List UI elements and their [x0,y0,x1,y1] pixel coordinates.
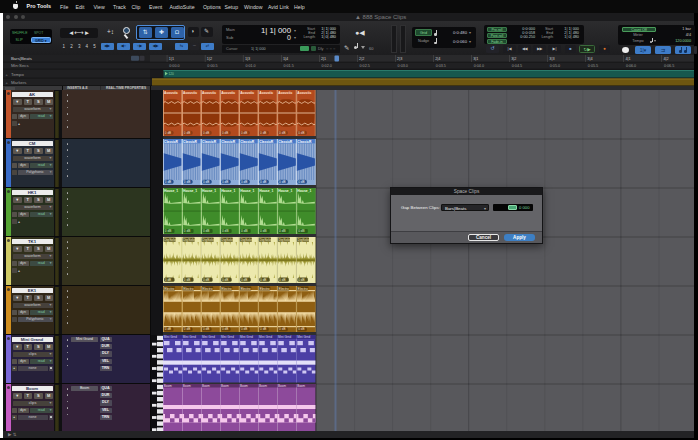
svg-text:ClassicR: ClassicR [183,140,198,144]
svg-text:Acoustic: Acoustic [221,91,235,95]
svg-text:120: 120 [169,72,175,76]
svg-text:Acoustic: Acoustic [202,91,216,95]
svg-text:0 dB: 0 dB [241,327,247,331]
svg-text:1|4: 1|4 [283,57,288,61]
svg-text:1|3: 1|3 [245,57,250,61]
svg-text:2|1: 2|1 [321,57,326,61]
svg-text:0 dB: 0 dB [298,229,305,233]
svg-text:ClassicR: ClassicR [260,140,275,144]
svg-text:0:01.0: 0:01.0 [245,64,255,68]
svg-text:2|4: 2|4 [435,57,440,61]
svg-text:Acoustic: Acoustic [183,91,197,95]
svg-text:Markers: Markers [11,80,27,85]
svg-text:0 dB: 0 dB [241,131,247,135]
svg-text:Electro_: Electro_ [222,287,234,291]
svg-text:Mini Grnd: Mini Grnd [183,335,196,339]
svg-text:0 dB: 0 dB [203,327,209,331]
svg-text:0:05.5: 0:05.5 [588,64,598,68]
svg-text:Boom: Boom [183,384,191,388]
svg-text:DigSolo: DigSolo [260,238,272,242]
svg-text:0 dB: 0 dB [184,180,190,184]
svg-text:0:06.5: 0:06.5 [664,64,674,68]
svg-text:Boom: Boom [278,384,286,388]
svg-text:0:02.5: 0:02.5 [360,64,370,68]
svg-text:0 dB: 0 dB [260,180,266,184]
svg-text:House_1: House_1 [183,189,197,193]
svg-text:0:06.0: 0:06.0 [626,64,636,68]
svg-text:0:02.0: 0:02.0 [322,64,332,68]
svg-text:House_1: House_1 [202,189,216,193]
svg-text:0 dB: 0 dB [222,229,229,233]
svg-text:0:01.5: 0:01.5 [283,64,293,68]
svg-text:0 dB: 0 dB [222,180,228,184]
svg-text:DigSolo: DigSolo [222,238,234,242]
svg-text:DigSolo: DigSolo [279,238,291,242]
svg-text:Boom: Boom [164,384,172,388]
svg-text:DigSolo: DigSolo [298,238,310,242]
svg-text:0 dB: 0 dB [222,327,228,331]
svg-text:0:05.0: 0:05.0 [550,64,560,68]
svg-text:1|2: 1|2 [207,57,212,61]
svg-text:0 dB: 0 dB [184,229,191,233]
svg-text:ClassicR: ClassicR [164,140,179,144]
svg-text:0 dB: 0 dB [298,180,304,184]
svg-text:ClassicR: ClassicR [202,140,217,144]
svg-text:0 dB: 0 dB [298,278,304,282]
svg-text:House_1: House_1 [240,189,254,193]
svg-text:0 dB: 0 dB [165,180,171,184]
svg-text:3|3: 3|3 [549,57,554,61]
svg-text:0 dB: 0 dB [279,180,285,184]
svg-text:2|3: 2|3 [397,57,402,61]
svg-text:House_1: House_1 [260,189,274,193]
svg-text:Acoustic: Acoustic [279,91,293,95]
svg-text:Mini Grnd: Mini Grnd [297,335,310,339]
svg-text:0 dB: 0 dB [279,131,285,135]
svg-text:Mini Grnd: Mini Grnd [164,335,177,339]
svg-text:0 dB: 0 dB [279,327,285,331]
svg-text:Tempo: Tempo [11,72,25,77]
svg-text:DigSolo: DigSolo [241,238,253,242]
svg-text:0 dB: 0 dB [260,278,266,282]
svg-text:Electro_: Electro_ [203,287,215,291]
svg-text:DigSolo: DigSolo [184,238,196,242]
svg-text:0 dB: 0 dB [279,229,286,233]
svg-text:Mini Grnd: Mini Grnd [240,335,253,339]
svg-text:3|2: 3|2 [511,57,516,61]
svg-text:2|2: 2|2 [359,57,364,61]
svg-text:Electro_: Electro_ [298,287,310,291]
svg-text:0 dB: 0 dB [241,180,247,184]
svg-text:0 dB: 0 dB [184,131,190,135]
svg-text:House_1: House_1 [279,189,293,193]
svg-text:Electro_: Electro_ [279,287,291,291]
svg-text:Electro_: Electro_ [184,287,196,291]
svg-text:Electro_: Electro_ [260,287,272,291]
svg-text:Electro_: Electro_ [164,287,176,291]
svg-text:Electro_: Electro_ [241,287,253,291]
svg-text:Mini Grnd: Mini Grnd [221,335,234,339]
svg-text:Boom: Boom [259,384,267,388]
svg-text:0 dB: 0 dB [203,278,209,282]
svg-text:4|2: 4|2 [663,57,668,61]
svg-text:Mini Grnd: Mini Grnd [278,335,291,339]
svg-text:0 dB: 0 dB [222,131,228,135]
svg-text:Acoustic: Acoustic [164,91,178,95]
svg-text:0 dB: 0 dB [165,229,172,233]
svg-text:ClassicR: ClassicR [221,140,236,144]
svg-text:ClassicR: ClassicR [240,140,255,144]
svg-text:0 dB: 0 dB [184,327,190,331]
svg-text:0 dB: 0 dB [165,278,171,282]
svg-text:0 dB: 0 dB [298,131,304,135]
svg-text:0 dB: 0 dB [298,327,304,331]
svg-text:0:03.0: 0:03.0 [398,64,408,68]
svg-text:Boom: Boom [240,384,248,388]
svg-text:0:04.5: 0:04.5 [512,64,522,68]
svg-text:Boom: Boom [221,384,229,388]
svg-text:0:00.0: 0:00.0 [169,64,179,68]
svg-text:0 dB: 0 dB [165,327,171,331]
svg-text:0 dB: 0 dB [241,229,248,233]
svg-text:DigSolo: DigSolo [203,238,215,242]
svg-text:ClassicR: ClassicR [298,140,313,144]
svg-text:House_1: House_1 [298,189,312,193]
svg-text:4|1: 4|1 [625,57,630,61]
svg-text:0 dB: 0 dB [260,327,266,331]
